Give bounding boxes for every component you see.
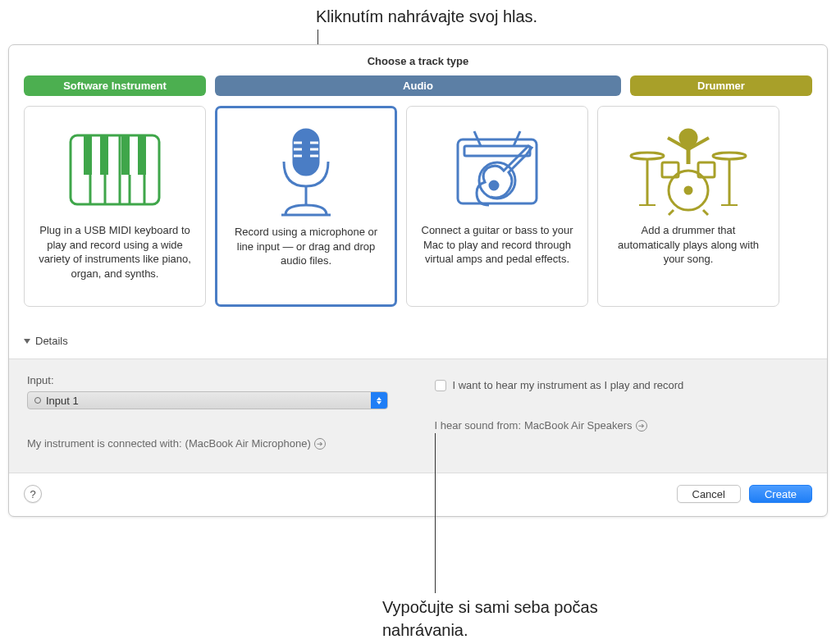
card-mic-desc: Record using a microphone or line input …	[229, 225, 383, 268]
pill-audio: Audio	[215, 75, 621, 96]
pill-drummer: Drummer	[630, 75, 812, 96]
keyboard-icon	[36, 116, 194, 223]
arrow-right-circle-icon: ➔	[314, 438, 326, 450]
input-channel-icon	[34, 397, 41, 404]
output-device-line[interactable]: I hear sound from: MacBook Air Speakers …	[435, 419, 810, 432]
callout-bottom: Vypočujte si sami seba počas nahrávania.	[382, 596, 669, 642]
dialog-footer: ? Cancel Create	[9, 473, 827, 516]
card-drummer-desc: Add a drummer that automatically plays a…	[610, 223, 767, 267]
microphone-icon	[229, 118, 383, 225]
monitoring-checkbox-row[interactable]: I want to hear my instrument as I play a…	[435, 376, 810, 391]
cancel-button[interactable]: Cancel	[677, 485, 741, 503]
input-label: Input:	[27, 374, 402, 386]
help-button[interactable]: ?	[24, 485, 42, 503]
track-type-pills: Software Instrument Audio Drummer	[9, 75, 827, 103]
track-type-cards: Plug in a USB MIDI keyboard to play and …	[9, 103, 827, 327]
pill-software-instrument: Software Instrument	[24, 75, 206, 96]
card-guitar-desc: Connect a guitar or bass to your Mac to …	[418, 223, 576, 267]
svg-rect-1	[84, 135, 92, 175]
select-stepper-icon	[371, 392, 387, 409]
svg-point-33	[685, 187, 692, 194]
dialog-title: Choose a track type	[9, 45, 827, 75]
svg-rect-3	[121, 135, 130, 175]
svg-rect-2	[100, 135, 108, 175]
svg-line-34	[669, 210, 674, 215]
new-track-dialog: Choose a track type Software Instrument …	[8, 44, 828, 517]
arrow-right-circle-icon: ➔	[636, 420, 647, 432]
card-audio-guitar[interactable]: Connect a guitar or bass to your Mac to …	[406, 106, 588, 307]
svg-rect-4	[138, 135, 146, 175]
monitoring-checkbox[interactable]	[435, 380, 446, 391]
input-select[interactable]: Input 1	[27, 391, 388, 409]
details-label: Details	[35, 335, 68, 347]
input-select-value: Input 1	[46, 395, 79, 407]
svg-point-23	[680, 130, 697, 146]
callout-top: Kliknutím nahrávajte svoj hlas.	[316, 5, 537, 28]
card-software-desc: Plug in a USB MIDI keyboard to play and …	[36, 223, 194, 281]
svg-point-22	[490, 181, 498, 190]
drummer-icon	[610, 116, 767, 223]
callout-line-bottom	[435, 433, 436, 593]
svg-point-24	[631, 153, 664, 159]
svg-rect-10	[294, 130, 318, 175]
card-audio-mic[interactable]: Record using a microphone or line input …	[215, 106, 397, 307]
guitar-amp-icon	[418, 116, 576, 223]
card-software-instrument[interactable]: Plug in a USB MIDI keyboard to play and …	[24, 106, 206, 307]
svg-line-35	[703, 210, 708, 215]
create-button[interactable]: Create	[749, 485, 812, 503]
details-panel: Input: Input 1 My instrument is connecte…	[9, 359, 827, 473]
card-drummer[interactable]: Add a drummer that automatically plays a…	[597, 106, 779, 307]
details-toggle[interactable]: Details	[9, 327, 827, 359]
input-device-line[interactable]: My instrument is connected with: (MacBoo…	[27, 437, 402, 450]
svg-point-27	[713, 153, 746, 159]
monitoring-label: I want to hear my instrument as I play a…	[453, 379, 684, 391]
chevron-down-icon	[24, 339, 30, 344]
